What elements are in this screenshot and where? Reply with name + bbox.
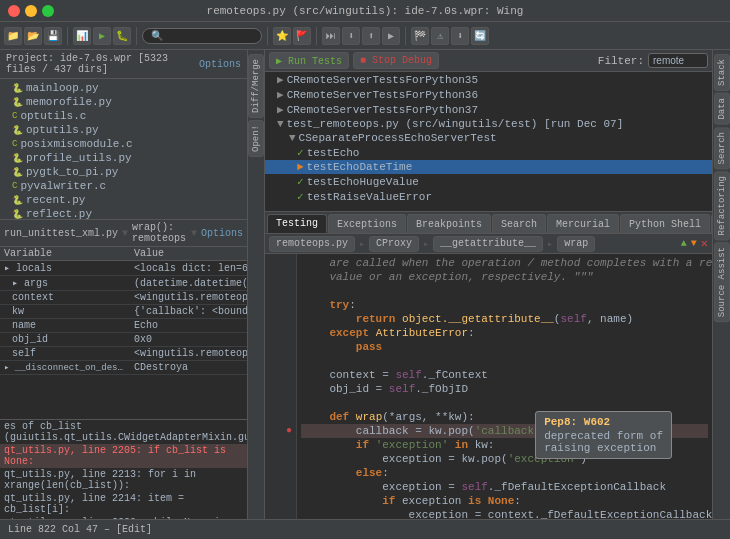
side-tab-data[interactable]: Data: [714, 93, 730, 125]
test-echo[interactable]: ✓ testEcho: [265, 145, 712, 160]
debug-toolbar: run_unittest_xml.py ▼ wrap(): remoteops …: [0, 220, 247, 247]
side-tab-open[interactable]: Open!: [248, 120, 264, 157]
file-posixmisc[interactable]: C posixmiscmodule.c: [0, 137, 247, 151]
debug-row[interactable]: ▸ __disconnect_on_destroy CDestroya: [0, 361, 247, 375]
file-optutils-py[interactable]: 🐍 optutils.py: [0, 123, 247, 137]
project-header: Project: ide-7.0s.wpr [5323 files / 437 …: [0, 50, 247, 79]
debug-row[interactable]: name Echo: [0, 319, 247, 333]
debug-row[interactable]: context <wingutils.remoteops.C: [0, 291, 247, 305]
side-tab-source-assist[interactable]: Source Assist: [714, 242, 730, 322]
toolbar-flag-icon[interactable]: 🚩: [293, 27, 311, 45]
test-python37[interactable]: ▶ CRemoteServerTestsForPython37: [265, 102, 712, 117]
code-warning-up[interactable]: ▲: [681, 238, 687, 249]
code-line: pass: [301, 340, 708, 354]
toolbar-bug-icon[interactable]: 🐛: [113, 27, 131, 45]
toolbar-chart-icon[interactable]: 📊: [73, 27, 91, 45]
debug-val: (datetime.datetime(2019: [130, 276, 247, 291]
debug-row[interactable]: kw {'callback': <bound m: [0, 305, 247, 319]
toolbar-save-icon[interactable]: 💾: [44, 27, 62, 45]
file-recent[interactable]: 🐍 recent.py: [0, 193, 247, 207]
debug-var: context: [0, 291, 130, 305]
toolbar-open-icon[interactable]: 📂: [24, 27, 42, 45]
file-mainloop[interactable]: 🐍 mainloop.py: [0, 81, 247, 95]
code-proxy-selector[interactable]: CProxy: [369, 236, 419, 252]
stop-debug-button[interactable]: ■ Stop Debug: [353, 52, 439, 69]
toolbar-down-icon[interactable]: ⬇: [451, 27, 469, 45]
toolbar-star-icon[interactable]: ⭐: [273, 27, 291, 45]
toolbar-search-input[interactable]: [142, 28, 262, 44]
filter-input[interactable]: [648, 53, 708, 68]
file-memorofile[interactable]: 🐍 memorofile.py: [0, 95, 247, 109]
test-raise-value[interactable]: ✓ testRaiseValueError: [265, 189, 712, 204]
debug-options[interactable]: Options: [201, 228, 243, 239]
debug-row[interactable]: self <wingutils.remoteops.Cl: [0, 347, 247, 361]
code-line: [301, 396, 708, 410]
error-line-2[interactable]: qt_utils.py, line 2205: if cb_list is No…: [0, 444, 247, 468]
run-tests-label: ▶ Run Tests: [276, 55, 342, 67]
toolbar-continue-icon[interactable]: ▶: [382, 27, 400, 45]
right-side-tabs: Stack Data Search Refactoring Source Ass…: [712, 50, 730, 519]
minimize-button[interactable]: [25, 5, 37, 17]
project-options[interactable]: Options: [199, 59, 241, 70]
file-pygtk[interactable]: 🐍 pygtk_to_pi.py: [0, 165, 247, 179]
toolbar-warning-icon[interactable]: ⚠: [431, 27, 449, 45]
tab-breakpoints[interactable]: Breakpoints: [407, 214, 491, 233]
code-wrap-selector[interactable]: wrap: [557, 236, 595, 252]
test-echo-server[interactable]: ▼ CSeparateProcessEchoServerTest: [265, 131, 712, 145]
debug-col-variable: Variable: [0, 247, 130, 261]
code-editor: ● ● are called when the operation / meth…: [265, 254, 712, 519]
tab-search[interactable]: Search: [492, 214, 546, 233]
tab-testing[interactable]: Testing: [267, 214, 327, 233]
debug-row[interactable]: ▸ locals <locals dict: len=6>: [0, 261, 247, 276]
code-line: [301, 354, 708, 368]
code-file-selector[interactable]: remoteops.py: [269, 236, 355, 252]
file-reflect[interactable]: 🐍 reflect.py: [0, 207, 247, 219]
close-button[interactable]: [8, 5, 20, 17]
code-warning-down[interactable]: ▼: [691, 238, 697, 249]
error-line-1[interactable]: es of cb_list (guiutils.qt_utils.CWidget…: [0, 420, 247, 444]
toolbar-flag2-icon[interactable]: 🏁: [411, 27, 429, 45]
error-line-3[interactable]: qt_utils.py, line 2213: for i in xrange(…: [0, 468, 247, 492]
tab-mercurial[interactable]: Mercurial: [547, 214, 619, 233]
file-profile-utils[interactable]: 🐍 profile_utils.py: [0, 151, 247, 165]
filter-label: Filter:: [598, 55, 644, 67]
debug-row[interactable]: ▸ args (datetime.datetime(2019: [0, 276, 247, 291]
code-line: value or an exception, respectively. """: [301, 270, 708, 284]
debug-val: <wingutils.remoteops.C: [130, 291, 247, 305]
code-method-selector[interactable]: __getattribute__: [433, 236, 543, 252]
file-pyvalwriter[interactable]: C pyvalwriter.c: [0, 179, 247, 193]
tab-exceptions[interactable]: Exceptions: [328, 214, 406, 233]
test-echo-huge[interactable]: ✓ testEchoHugeValue: [265, 174, 712, 189]
file-optutils-c[interactable]: C optutils.c: [0, 109, 247, 123]
side-tab-stack[interactable]: Stack: [714, 54, 730, 91]
side-tab-refactoring[interactable]: Refactoring: [714, 171, 730, 240]
toolbar-sep-4: [316, 27, 317, 45]
debug-val: CDestroya: [130, 361, 247, 375]
maximize-button[interactable]: [42, 5, 54, 17]
debug-val: {'callback': <bound m: [130, 305, 247, 319]
side-tab-search[interactable]: Search: [714, 127, 730, 169]
test-panel: ▶ CRemoteServerTestsForPython35 ▶ CRemot…: [265, 72, 712, 212]
toolbar-play-icon[interactable]: ▶: [93, 27, 111, 45]
code-line: [301, 284, 708, 298]
toolbar-step-in-icon[interactable]: ⬇: [342, 27, 360, 45]
toolbar-new-icon[interactable]: 📁: [4, 27, 22, 45]
test-python35[interactable]: ▶ CRemoteServerTestsForPython35: [265, 72, 712, 87]
run-tests-button[interactable]: ▶ Run Tests: [269, 52, 349, 69]
toolbar-refresh-icon[interactable]: 🔄: [471, 27, 489, 45]
tooltip-pep8: Pep8: W602 deprecated form of raising ex…: [535, 411, 672, 459]
test-python36[interactable]: ▶ CRemoteServerTestsForPython36: [265, 87, 712, 102]
code-toolbar: remoteops.py ▸ CProxy ▸ __getattribute__…: [265, 234, 712, 254]
code-line: if exception is None:: [301, 494, 708, 508]
tab-python-shell[interactable]: Python Shell: [620, 214, 710, 233]
test-remoteops-file[interactable]: ▼ test_remoteops.py (src/wingutils/test)…: [265, 117, 712, 131]
error-line-4[interactable]: qt_utils.py, line 2214: item = cb_list[i…: [0, 492, 247, 516]
code-close-icon[interactable]: ✕: [701, 236, 708, 251]
test-echo-datetime[interactable]: ► testEchoDateTime: [265, 160, 712, 174]
side-tab-diff-merge[interactable]: Diff/Merge: [248, 54, 264, 118]
stop-debug-label: ■ Stop Debug: [360, 55, 432, 66]
debug-row[interactable]: obj_id 0x0: [0, 333, 247, 347]
error-panel: es of cb_list (guiutils.qt_utils.CWidget…: [0, 419, 247, 519]
toolbar-step-out-icon[interactable]: ⬆: [362, 27, 380, 45]
toolbar-step-over-icon[interactable]: ⏭: [322, 27, 340, 45]
